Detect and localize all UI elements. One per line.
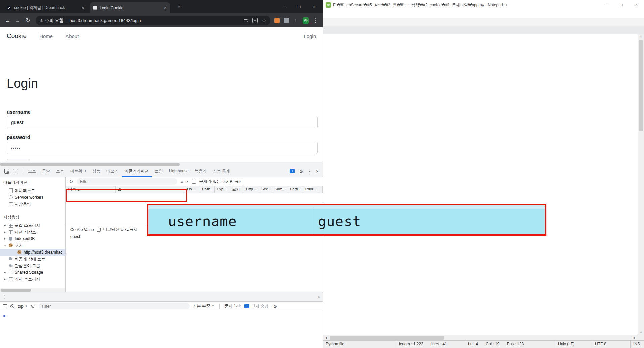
- devtools-tab[interactable]: 성능: [89, 166, 103, 177]
- drawer-close-icon[interactable]: ×: [317, 294, 320, 300]
- code-editor[interactable]: [323, 34, 638, 335]
- bookmark-star-icon[interactable]: ☆: [262, 17, 266, 24]
- editor-horizontal-scrollbar[interactable]: ◀ ▶: [323, 335, 638, 341]
- korean-ime-badge[interactable]: 한: [303, 17, 309, 24]
- sidebar-item[interactable]: ▸캐시 스토리지: [0, 276, 65, 282]
- tree-arrow-icon[interactable]: ▸: [3, 237, 7, 240]
- console-issues-icon[interactable]: 1: [244, 304, 249, 308]
- devtools-tab[interactable]: 메모리: [103, 166, 122, 177]
- scroll-up-icon[interactable]: ▲: [638, 35, 644, 38]
- sidebar-item[interactable]: http://host3.dreamhac...: [0, 249, 65, 256]
- sidebar-item[interactable]: Service workers: [0, 194, 65, 201]
- close-button[interactable]: ×: [307, 0, 321, 13]
- forward-icon[interactable]: →: [13, 17, 22, 24]
- tree-arrow-icon[interactable]: ▸: [3, 277, 7, 281]
- password-input[interactable]: [7, 142, 318, 154]
- live-expression-icon[interactable]: [31, 305, 35, 308]
- refresh-icon[interactable]: ↻: [69, 179, 73, 185]
- sidebar-item[interactable]: 비공개 상태 토큰: [0, 256, 65, 262]
- scrollbar-thumb[interactable]: [639, 40, 643, 131]
- column-header[interactable]: Expi...: [215, 186, 230, 193]
- sidebar-item[interactable]: ▸IndexedDB: [0, 235, 65, 242]
- hidden-messages-label[interactable]: 1개 숨김: [253, 303, 268, 309]
- scroll-right-icon[interactable]: ▶: [632, 335, 638, 341]
- console-sidebar-icon[interactable]: [3, 304, 7, 308]
- site-brand[interactable]: Cookie: [7, 32, 27, 40]
- issues-counter[interactable]: 1: [290, 169, 295, 173]
- back-icon[interactable]: ←: [3, 17, 12, 24]
- devtools-close-icon[interactable]: ×: [316, 169, 319, 174]
- inspect-element-icon[interactable]: [4, 169, 9, 174]
- new-tab-button[interactable]: +: [175, 3, 183, 10]
- link-icon[interactable]: [244, 19, 248, 22]
- sidebar-item[interactable]: ▾쿠키: [0, 242, 65, 249]
- browser-tab[interactable]: cookie | 워게임 | Dreamhack×: [3, 2, 87, 13]
- devtools-settings-icon[interactable]: ⚙: [299, 169, 303, 174]
- sidebar-item[interactable]: ▸Shared Storage: [0, 269, 65, 276]
- translate-icon[interactable]: A: [252, 18, 258, 23]
- devtools-tab[interactable]: 콘솔: [39, 166, 53, 177]
- scrollbar-thumb[interactable]: [1, 289, 31, 292]
- sidebar-item[interactable]: 관심분야 그룹: [0, 262, 65, 269]
- column-header[interactable]: Sam...: [272, 186, 288, 193]
- column-header[interactable]: Parti...: [288, 186, 303, 193]
- devtools-tab[interactable]: 애플리케이션: [122, 166, 152, 177]
- tree-arrow-icon[interactable]: ▸: [3, 271, 7, 274]
- column-header[interactable]: Do...: [185, 186, 200, 193]
- devtools-menu-icon[interactable]: ⋮: [307, 169, 312, 174]
- clear-console-icon[interactable]: [10, 304, 14, 308]
- console-filter-input[interactable]: [39, 303, 190, 309]
- sidebar-item[interactable]: 저장용량: [0, 201, 65, 207]
- devtools-tab[interactable]: 보안: [152, 166, 166, 177]
- extension-icon[interactable]: [274, 18, 280, 23]
- devtools-tab[interactable]: Lighthouse: [166, 166, 192, 177]
- address-bar[interactable]: ⚠ 주의 요함 host3.dreamhack.games:18443/logi…: [36, 16, 270, 25]
- devtools-tab[interactable]: 소스: [53, 166, 67, 177]
- minimize-button[interactable]: ─: [599, 0, 614, 10]
- download-icon[interactable]: ↓: [293, 18, 298, 23]
- login-link[interactable]: Login: [304, 33, 316, 39]
- scroll-down-icon[interactable]: ▼: [638, 331, 644, 334]
- decode-url-checkbox[interactable]: [97, 228, 101, 232]
- browser-menu-icon[interactable]: ⋮: [313, 17, 318, 24]
- console-settings-icon[interactable]: ⚙: [273, 304, 277, 309]
- scroll-left-icon[interactable]: ◀: [323, 335, 329, 341]
- minimize-button[interactable]: ─: [277, 0, 292, 13]
- devtools-tab[interactable]: 녹음기: [192, 166, 210, 177]
- site-nav-link[interactable]: Home: [39, 33, 53, 39]
- tab-close-icon[interactable]: ×: [81, 5, 84, 10]
- column-header[interactable]: Prior...: [303, 186, 318, 193]
- filter-options-icon[interactable]: ≡: [181, 179, 183, 184]
- close-button[interactable]: ×: [629, 0, 644, 10]
- sidebar-item[interactable]: 매니페스트: [0, 187, 65, 194]
- tree-arrow-icon[interactable]: ▸: [3, 230, 7, 234]
- clear-filter-icon[interactable]: ×: [186, 179, 189, 184]
- insert-mode-status[interactable]: INS: [631, 341, 644, 348]
- page-horizontal-scrollbar[interactable]: [0, 162, 323, 166]
- reload-icon[interactable]: ↻: [24, 17, 32, 24]
- sidebar-item[interactable]: ▸세션 저장소: [0, 229, 65, 235]
- maximize-button[interactable]: □: [292, 0, 307, 13]
- tree-arrow-icon[interactable]: ▾: [3, 244, 7, 247]
- editor-vertical-scrollbar[interactable]: ▲ ▼: [638, 34, 644, 335]
- column-header[interactable]: 크기: [230, 186, 244, 193]
- scrollbar-thumb[interactable]: [0, 163, 180, 166]
- extensions-puzzle-icon[interactable]: [284, 18, 289, 23]
- issue-cookies-checkbox[interactable]: [192, 180, 196, 184]
- eol-status[interactable]: Unix (LF): [555, 341, 592, 348]
- maximize-button[interactable]: □: [614, 0, 629, 10]
- browser-tab[interactable]: Login Cookie×: [90, 2, 170, 13]
- site-nav-link[interactable]: About: [65, 33, 79, 39]
- tree-arrow-icon[interactable]: ▸: [3, 224, 7, 227]
- devtools-tab[interactable]: 성능 통계: [210, 166, 233, 177]
- devtools-tab[interactable]: 네트워크: [67, 166, 89, 177]
- tab-close-icon[interactable]: ×: [164, 5, 167, 10]
- console-prompt[interactable]: >: [0, 311, 323, 318]
- username-input[interactable]: [7, 116, 318, 128]
- column-header[interactable]: Path: [200, 186, 215, 193]
- cookie-filter-input[interactable]: [77, 178, 177, 185]
- sidebar-item[interactable]: ▸로컬 스토리지: [0, 222, 65, 229]
- column-header[interactable]: Http...: [244, 186, 259, 193]
- encoding-status[interactable]: UTF-8: [592, 341, 631, 348]
- drawer-menu-icon[interactable]: ⋮: [3, 294, 7, 299]
